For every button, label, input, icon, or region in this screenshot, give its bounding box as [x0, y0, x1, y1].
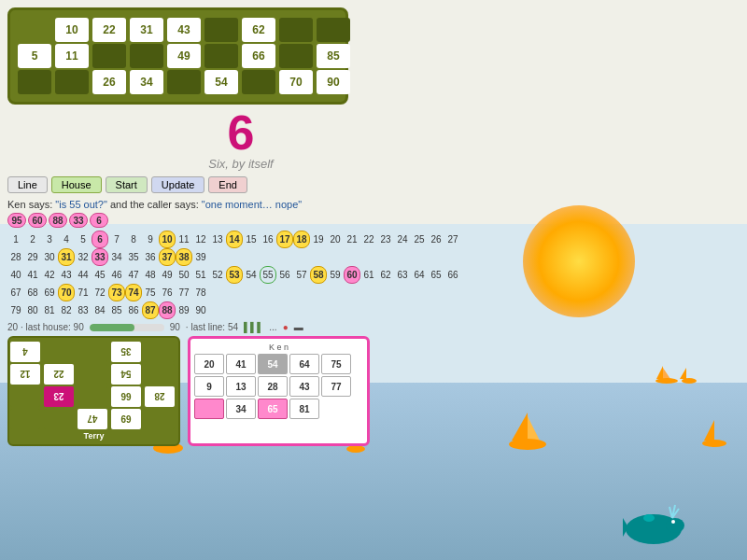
number-item: 90: [192, 302, 209, 318]
number-item: 10: [159, 231, 176, 248]
bingo-cell: 66: [242, 44, 275, 68]
ken-card-cell: 28: [258, 376, 288, 397]
number-item: 54: [243, 267, 260, 283]
number-grid: 1234567891011121314151617181920212223242…: [7, 231, 474, 319]
number-item: 61: [360, 267, 377, 283]
terry-card-cell: [78, 386, 107, 407]
ken-says: "is 55 out?": [55, 199, 107, 210]
update-button[interactable]: Update: [151, 176, 204, 193]
terry-card-cell: 69: [111, 409, 141, 429]
number-item: 33: [92, 248, 108, 266]
number-item: 24: [394, 231, 411, 247]
bingo-cell: 26: [92, 70, 126, 94]
number-item: 15: [243, 231, 260, 247]
number-item: 82: [58, 302, 75, 318]
top-bingo-card: 10223143625114966852634547090: [7, 7, 348, 105]
number-item: 37: [159, 248, 176, 266]
terry-card-cell: [10, 409, 40, 429]
sailboat-5: [700, 418, 728, 448]
svg-point-8: [509, 439, 546, 450]
number-item: 19: [310, 231, 327, 247]
number-item: 3: [41, 231, 58, 247]
called-number-badge: 88: [49, 213, 67, 228]
house-button[interactable]: House: [51, 176, 102, 193]
bingo-grid: 10223143625114966852634547090: [18, 18, 338, 94]
number-item: 31: [58, 248, 75, 266]
bingo-cell: [204, 18, 238, 42]
terry-card-cell: [145, 409, 175, 429]
number-item: 7: [108, 231, 125, 247]
number-item: 62: [377, 267, 394, 283]
ken-card-cell: 43: [289, 376, 319, 397]
bingo-cell: [317, 18, 350, 42]
dash-indicator: ▬: [294, 322, 303, 332]
bingo-cell: 85: [317, 44, 350, 68]
bingo-cell: [130, 44, 163, 68]
number-item: 22: [360, 231, 377, 247]
dots-label: ...: [269, 322, 276, 332]
number-item: 66: [444, 267, 461, 283]
number-item: 84: [92, 302, 108, 318]
main-panel: 10223143625114966852634547090 6 Six, by …: [7, 7, 474, 446]
number-item: 26: [428, 231, 444, 247]
number-item: 60: [344, 266, 360, 284]
number-item: 23: [377, 231, 394, 247]
number-item: 20: [327, 231, 344, 247]
number-item: 51: [192, 267, 209, 283]
svg-marker-14: [680, 368, 686, 379]
number-item: 88: [159, 301, 176, 319]
number-item: 45: [92, 267, 108, 283]
number-item: 16: [260, 231, 276, 247]
number-item: 55: [260, 266, 276, 284]
number-item: 86: [125, 302, 142, 318]
terry-card-cell: 47: [78, 409, 107, 429]
number-label: Six, by itself: [7, 157, 474, 171]
terry-card-cell: 66: [111, 386, 141, 407]
number-item: 17: [276, 231, 293, 248]
bingo-cell: [279, 44, 313, 68]
bingo-cell: [92, 44, 126, 68]
number-item: 12: [192, 231, 209, 247]
number-item: 58: [310, 266, 327, 284]
terry-card-cell: 4: [10, 342, 40, 362]
terry-grid: 6947286623542212354: [13, 342, 175, 429]
number-item: 18: [293, 231, 310, 248]
chat-message: Ken says: "is 55 out?" and the caller sa…: [7, 199, 474, 210]
bingo-cell: 70: [279, 70, 313, 94]
svg-point-10: [702, 440, 726, 447]
bingo-cell: [18, 18, 51, 42]
called-number-display: 6 Six, by itself: [7, 108, 474, 171]
end-button[interactable]: End: [208, 176, 247, 193]
bingo-cell: [242, 70, 275, 94]
progress-bar: [90, 324, 164, 331]
ken-card-cell: 81: [289, 399, 319, 419]
number-item: 39: [192, 249, 209, 265]
number-item: 46: [108, 267, 125, 283]
bingo-cell: 11: [55, 44, 89, 68]
last-house-label: 20 · last house: 90: [7, 322, 84, 332]
number-item: 71: [75, 285, 92, 301]
terry-card-cell: [145, 364, 175, 385]
terry-card-cell: [78, 342, 107, 362]
sailboat-4: [504, 411, 551, 452]
svg-marker-6: [512, 413, 528, 441]
line-button[interactable]: Line: [7, 176, 48, 193]
terry-card-cell: 54: [111, 364, 141, 385]
number-item: 40: [7, 267, 24, 283]
number-item: 35: [125, 249, 142, 265]
start-button[interactable]: Start: [106, 176, 148, 193]
number-item: 72: [92, 285, 108, 301]
ken-card-cell: 65: [258, 399, 288, 419]
number-item: 25: [411, 231, 428, 247]
number-item: 78: [192, 285, 209, 301]
progress-fill: [90, 324, 134, 331]
number-item: 81: [41, 302, 58, 318]
number-item: 70: [58, 284, 75, 301]
number-item: 27: [444, 231, 461, 247]
number-item: 36: [142, 249, 159, 265]
bingo-cell: 22: [92, 18, 126, 42]
bingo-cell: [279, 18, 313, 42]
terry-card-cell: [44, 342, 74, 362]
number-item: 57: [293, 267, 310, 283]
ken-card-cell: [194, 399, 224, 419]
